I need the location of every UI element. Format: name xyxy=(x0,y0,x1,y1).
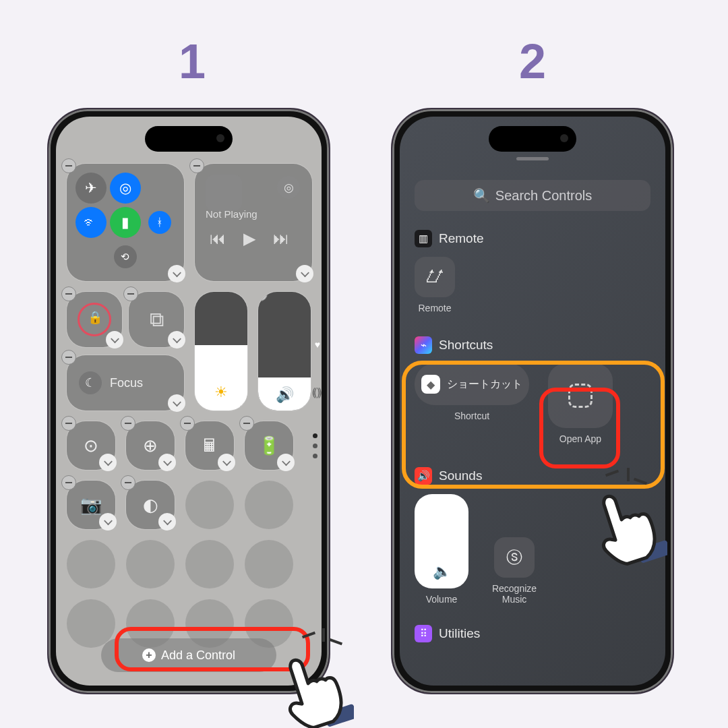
page-dot[interactable] xyxy=(313,433,317,438)
control-shortcut-label: Shortcut xyxy=(454,411,489,421)
shortcuts-app-icon: ⌁ xyxy=(415,336,432,354)
control-volume-label: Volume xyxy=(426,594,458,605)
step-number-2: 2 xyxy=(512,34,553,89)
section-utilities-title: Utilities xyxy=(439,626,480,641)
screen-record-tile[interactable]: ⊙ xyxy=(67,421,115,470)
artwork-placeholder xyxy=(206,175,242,211)
forward-icon[interactable]: ⏭ xyxy=(273,229,289,248)
calculator-tile[interactable]: 🖩 xyxy=(185,421,234,470)
resize-handle-icon[interactable] xyxy=(158,513,176,530)
volume-slider[interactable]: 🔊 xyxy=(258,292,311,411)
utilities-app-icon: ⠿ xyxy=(415,625,432,642)
section-remote-title: Remote xyxy=(439,231,484,246)
controls-gallery-sheet: 🔍 Search Controls ▥ Remote ⌰ Remote ⌁ Sh… xyxy=(400,117,665,686)
airplay-icon[interactable]: ◎ xyxy=(277,176,300,199)
empty-slot[interactable] xyxy=(185,540,234,588)
resize-handle-icon[interactable] xyxy=(168,265,185,282)
remove-icon[interactable] xyxy=(61,475,76,490)
remove-icon[interactable] xyxy=(61,286,76,301)
screen-mirroring-icon: ⧉ xyxy=(150,308,164,332)
connectivity-tile[interactable]: ✈ ◎ ᯤ ▮ ᚼ ⟲ xyxy=(67,164,184,281)
shazam-icon: ⓢ xyxy=(506,547,522,568)
control-shortcut[interactable]: ◆ ショートカット Shortcut xyxy=(415,363,529,444)
brightness-slider[interactable]: ☀ xyxy=(195,292,247,411)
resize-handle-icon[interactable] xyxy=(277,454,295,471)
empty-slot[interactable] xyxy=(126,540,175,588)
focus-label: Focus xyxy=(110,376,143,390)
resize-handle-icon[interactable] xyxy=(168,331,185,348)
control-open-app[interactable]: Open App xyxy=(548,363,613,444)
remove-icon[interactable] xyxy=(121,475,135,490)
favorites-page-icon: ♥ xyxy=(315,339,320,350)
control-open-app-label: Open App xyxy=(559,433,601,444)
screen-mirroring-tile[interactable]: ⧉ xyxy=(129,292,184,347)
empty-slot[interactable] xyxy=(185,481,234,529)
media-tile[interactable]: ◎ Not Playing ⏮ ▶ ⏭ xyxy=(195,164,312,281)
remove-icon[interactable] xyxy=(180,416,195,431)
resize-handle-icon[interactable] xyxy=(99,513,117,530)
page-dot[interactable] xyxy=(313,444,317,448)
empty-slot[interactable] xyxy=(67,540,115,588)
remove-icon[interactable] xyxy=(258,292,268,301)
airdrop-icon[interactable]: ◎ xyxy=(110,173,141,204)
brightness-icon: ☀ xyxy=(214,384,228,401)
control-remote[interactable]: ⌰ Remote xyxy=(415,257,455,313)
remove-icon[interactable] xyxy=(189,158,204,173)
magnifier-tile[interactable]: ⊕ xyxy=(126,421,175,470)
hotspot-icon[interactable]: ⟲ xyxy=(114,245,137,268)
wifi-icon[interactable]: ᯤ xyxy=(75,207,107,238)
section-shortcuts-title: Shortcuts xyxy=(439,338,493,353)
remove-icon[interactable] xyxy=(61,158,76,173)
section-shortcuts: ⌁ Shortcuts xyxy=(415,336,650,354)
shortcut-tile: ◆ ショートカット xyxy=(415,363,529,405)
bluetooth-icon[interactable]: ᚼ xyxy=(148,211,171,234)
connectivity-page-icon: ⸨⸩ xyxy=(312,386,322,398)
orientation-lock-tile[interactable] xyxy=(67,292,122,347)
low-power-tile[interactable]: 🔋 xyxy=(245,421,293,470)
moon-icon: ☾ xyxy=(79,371,102,394)
focus-tile[interactable]: ☾ Focus xyxy=(67,355,184,411)
record-icon: ⊙ xyxy=(84,435,98,456)
remote-app-icon: ▥ xyxy=(415,230,432,247)
remote-icon: ⌰ xyxy=(427,268,443,286)
control-volume[interactable]: Volume xyxy=(415,494,468,605)
volume-tile xyxy=(415,494,468,588)
dark-mode-tile[interactable]: ◐ xyxy=(126,481,175,529)
remote-tile: ⌰ xyxy=(415,257,455,297)
phone-right: 🔍 Search Controls ▥ Remote ⌰ Remote ⌁ Sh… xyxy=(391,108,674,694)
remove-icon[interactable] xyxy=(61,416,76,431)
open-app-icon xyxy=(568,384,593,408)
search-controls-field[interactable]: 🔍 Search Controls xyxy=(415,180,650,211)
remove-icon[interactable] xyxy=(121,416,135,431)
phone-left: ✈ ◎ ᯤ ▮ ᚼ ⟲ ◎ Not Playing xyxy=(47,108,330,694)
remove-icon[interactable] xyxy=(123,286,138,301)
control-recognize-music[interactable]: ⓢ Recognize Music xyxy=(487,537,541,605)
resize-handle-icon[interactable] xyxy=(99,454,117,471)
search-placeholder: Search Controls xyxy=(495,188,592,204)
empty-slot[interactable] xyxy=(245,540,293,588)
search-icon: 🔍 xyxy=(473,187,490,204)
resize-handle-icon[interactable] xyxy=(106,331,123,348)
remove-icon[interactable] xyxy=(61,350,76,365)
airplane-icon[interactable]: ✈ xyxy=(75,173,107,204)
resize-handle-icon[interactable] xyxy=(168,394,185,412)
resize-handle-icon[interactable] xyxy=(296,265,313,282)
camera-icon: 📷 xyxy=(80,495,102,516)
camera-tile[interactable]: 📷 xyxy=(67,481,115,529)
control-center-edit: ✈ ◎ ᯤ ▮ ᚼ ⟲ ◎ Not Playing xyxy=(56,117,322,686)
cellular-icon[interactable]: ▮ xyxy=(110,207,141,238)
orientation-lock-icon xyxy=(78,303,111,336)
empty-slot[interactable] xyxy=(245,481,293,529)
resize-handle-icon[interactable] xyxy=(218,454,235,471)
shazam-tile: ⓢ xyxy=(494,537,535,578)
open-app-tile xyxy=(548,363,613,428)
page-dot-add[interactable] xyxy=(313,454,317,458)
add-control-button[interactable]: + Add a Control xyxy=(101,638,276,672)
magnifier-icon: ⊕ xyxy=(143,435,158,456)
sheet-grabber[interactable] xyxy=(516,157,549,160)
shortcut-tile-text: ショートカット xyxy=(447,377,522,392)
remove-icon[interactable] xyxy=(239,416,254,431)
play-icon[interactable]: ▶ xyxy=(243,229,255,248)
rewind-icon[interactable]: ⏮ xyxy=(210,229,226,248)
resize-handle-icon[interactable] xyxy=(158,454,176,471)
